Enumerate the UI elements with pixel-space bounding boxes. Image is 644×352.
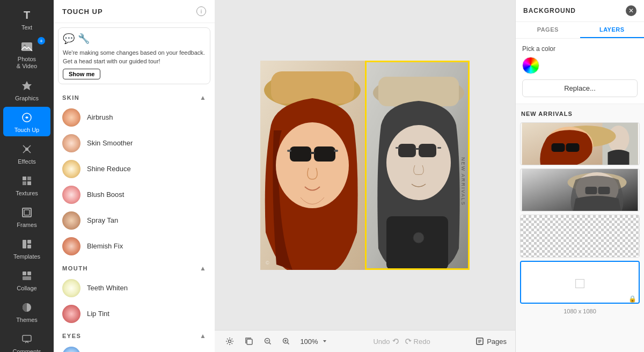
text-icon: T <box>17 8 36 23</box>
pick-color-label: Pick a color <box>522 45 638 53</box>
sidebar-item-graphics[interactable]: Graphics <box>3 75 50 105</box>
color-wheel[interactable] <box>522 57 539 74</box>
mouth-chevron-icon[interactable]: ▲ <box>200 265 206 272</box>
sidebar-item-frames[interactable]: Frames <box>3 202 50 231</box>
close-button[interactable]: ✕ <box>626 5 636 16</box>
list-item[interactable]: Eye Brighten <box>54 343 215 352</box>
themes-icon <box>17 300 36 315</box>
svg-point-41 <box>413 232 424 243</box>
settings-button[interactable] <box>223 335 236 348</box>
svg-rect-35 <box>398 144 416 157</box>
sidebar-item-label: Textures <box>16 190 38 196</box>
svg-point-44 <box>229 340 231 343</box>
touchup-header: TOUCH UP i <box>54 0 215 23</box>
svg-rect-55 <box>566 143 580 152</box>
add-badge: + <box>38 37 45 45</box>
svg-rect-6 <box>27 177 31 180</box>
sidebar-item-photos[interactable]: + Photos& Video <box>3 36 50 73</box>
touchup-icon <box>17 110 36 125</box>
svg-rect-39 <box>437 147 441 149</box>
list-item[interactable]: Teeth Whiten <box>54 275 215 301</box>
sidebar-item-templates[interactable]: Templates <box>3 233 50 263</box>
tools-sidebar: T Text + Photos& Video Graphics To <box>0 0 54 352</box>
thumbnail-item[interactable] <box>520 215 640 258</box>
sidebar-item-label: Templates <box>13 253 40 260</box>
left-image: © <box>260 61 365 270</box>
eyes-chevron-icon[interactable]: ▲ <box>200 332 206 340</box>
canvas-area: © <box>215 0 515 352</box>
tab-layers[interactable]: LAYERS <box>580 22 645 38</box>
svg-rect-36 <box>419 144 436 157</box>
chat-emoji: 💬 <box>63 32 75 46</box>
eye-brighten-thumb <box>62 347 80 352</box>
feedback-card: 💬 🔧 We're making some changes based on y… <box>58 27 210 84</box>
sidebar-item-label: Frames <box>17 222 36 228</box>
sidebar-item-collage[interactable]: Collage <box>3 265 50 295</box>
sidebar-item-text[interactable]: T Text <box>3 4 50 34</box>
sidebar-item-themes[interactable]: Themes <box>3 297 50 326</box>
feedback-icons: 💬 🔧 <box>63 32 206 46</box>
photos-icon: + <box>17 39 36 54</box>
tools-emoji: 🔧 <box>78 32 90 46</box>
touchup-panel: TOUCH UP i 💬 🔧 We're making some changes… <box>54 0 215 352</box>
svg-rect-13 <box>27 245 31 248</box>
item-label: Lip Tint <box>87 310 109 318</box>
svg-marker-2 <box>22 81 32 90</box>
background-panel: BACKGROUND ✕ PAGES LAYERS Pick a color R… <box>515 0 644 352</box>
thumbnail-item[interactable] <box>520 168 640 211</box>
list-item[interactable]: Blemish Fix <box>54 233 215 259</box>
svg-rect-54 <box>552 143 565 152</box>
redo-icon <box>404 338 412 345</box>
svg-rect-11 <box>23 240 26 248</box>
svg-rect-10 <box>24 210 30 215</box>
sidebar-item-comments[interactable]: Comments <box>3 328 50 352</box>
sidebar-item-label: Graphics <box>15 95 39 101</box>
list-item[interactable]: Spray Tan <box>54 208 215 233</box>
item-label: Spray Tan <box>87 216 118 224</box>
eyes-section-title: EYES <box>62 333 81 339</box>
show-me-button[interactable]: Show me <box>63 69 100 79</box>
shine-reduce-thumb <box>62 160 80 178</box>
redo-button[interactable]: Redo <box>404 338 430 346</box>
duplicate-button[interactable] <box>243 335 255 348</box>
undo-button[interactable]: Undo <box>373 338 399 346</box>
pages-button[interactable]: Pages <box>476 338 507 346</box>
info-icon[interactable]: i <box>196 6 206 16</box>
zoom-out-button[interactable] <box>262 335 274 347</box>
thumbnail-item[interactable] <box>520 122 640 165</box>
svg-rect-15 <box>27 272 31 275</box>
eyes-section-header: EYES ▲ <box>54 327 215 343</box>
sidebar-item-effects[interactable]: Effects <box>3 138 50 168</box>
tab-pages[interactable]: PAGES <box>516 22 580 38</box>
item-label: Airbrush <box>87 113 113 121</box>
replace-button[interactable]: Replace... <box>522 79 638 97</box>
dimension-label: 1080 x 1080 <box>520 307 640 316</box>
svg-rect-12 <box>27 240 31 244</box>
blemish-fix-thumb <box>62 237 80 255</box>
list-item[interactable]: Shine Reduce <box>54 156 215 182</box>
redo-label: Redo <box>414 338 430 346</box>
list-item[interactable]: Blush Boost <box>54 182 215 208</box>
svg-rect-25 <box>314 146 335 162</box>
item-label: Blush Boost <box>87 190 124 199</box>
teeth-whiten-thumb <box>62 279 80 297</box>
thumbnail-item-locked[interactable]: □ 🔒 <box>520 261 640 304</box>
sidebar-item-textures[interactable]: Textures <box>3 170 50 200</box>
svg-rect-24 <box>290 146 311 162</box>
zoom-dropdown-icon[interactable] <box>322 339 327 344</box>
sidebar-item-label: Comments <box>12 348 41 352</box>
new-arrivals-label: NEW ARRIVALS <box>520 108 640 119</box>
sidebar-item-touchup[interactable]: Touch Up <box>3 107 50 136</box>
list-item[interactable]: Airbrush <box>54 105 215 130</box>
sidebar-item-label: Touch Up <box>14 127 39 133</box>
skin-chevron-icon[interactable]: ▲ <box>200 94 206 101</box>
skin-smoother-thumb <box>62 134 80 152</box>
zoom-in-button[interactable] <box>280 335 292 347</box>
touchup-list: SKIN ▲ Airbrush Skin Smoother Shine Redu… <box>54 89 215 352</box>
list-item[interactable]: Lip Tint <box>54 301 215 327</box>
canvas-image[interactable]: © <box>260 61 470 270</box>
sidebar-item-label: Photos& Video <box>17 56 37 70</box>
list-item[interactable]: Skin Smoother <box>54 130 215 156</box>
thumbnails-area: NEW ARRIVALS <box>516 104 644 352</box>
svg-point-34 <box>386 125 451 200</box>
